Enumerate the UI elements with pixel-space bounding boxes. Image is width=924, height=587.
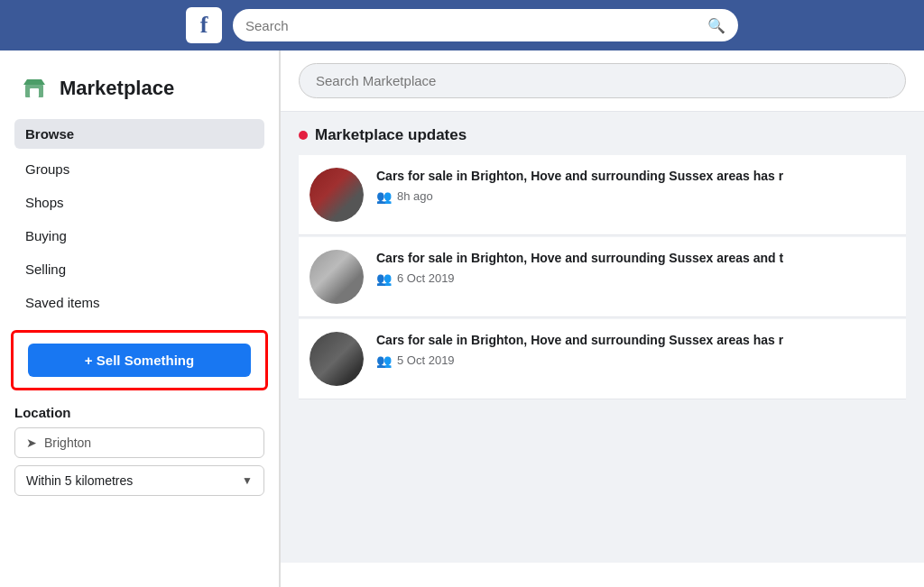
sidebar-item-groups[interactable]: Groups (14, 152, 264, 186)
update-title-1: Cars for sale in Brighton, Hove and surr… (376, 168, 895, 186)
marketplace-search-input[interactable] (299, 63, 906, 98)
sell-something-button[interactable]: + Sell Something (28, 344, 251, 377)
updates-title: Marketplace updates (315, 126, 467, 144)
update-meta-2: 👥 6 Oct 2019 (376, 271, 895, 286)
svg-rect-2 (30, 88, 39, 97)
top-navigation: f 🔍 (0, 0, 924, 50)
global-search-bar[interactable]: 🔍 (233, 9, 738, 41)
marketplace-icon (18, 72, 51, 105)
location-icon: ➤ (26, 436, 37, 450)
facebook-logo: f (186, 7, 222, 43)
search-icon: 🔍 (707, 17, 725, 34)
update-item-3[interactable]: Cars for sale in Brighton, Hove and surr… (299, 319, 906, 399)
main-layout: Marketplace Browse Groups Shops Buying S… (0, 50, 924, 587)
marketplace-search-bar[interactable] (281, 50, 924, 112)
group-icon-3: 👥 (376, 353, 392, 368)
sidebar-item-buying[interactable]: Buying (14, 219, 264, 252)
update-title-2: Cars for sale in Brighton, Hove and surr… (376, 250, 895, 268)
update-item-2[interactable]: Cars for sale in Brighton, Hove and surr… (299, 237, 906, 317)
main-content: Marketplace updates Cars for sale in Bri… (280, 50, 924, 587)
browse-section: Browse Groups Shops Buying Selling Saved… (0, 119, 279, 319)
updates-header: Marketplace updates (299, 126, 906, 144)
update-info-1: Cars for sale in Brighton, Hove and surr… (376, 168, 895, 204)
update-info-3: Cars for sale in Brighton, Hove and surr… (376, 332, 895, 368)
sidebar-title: Marketplace (60, 77, 174, 100)
group-icon-1: 👥 (376, 189, 392, 204)
chevron-down-icon: ▼ (242, 474, 253, 487)
sell-something-wrapper: + Sell Something (11, 330, 268, 390)
sidebar-item-shops[interactable]: Shops (14, 186, 264, 219)
sidebar-item-selling[interactable]: Selling (14, 252, 264, 286)
update-item-1[interactable]: Cars for sale in Brighton, Hove and surr… (299, 155, 906, 235)
location-input[interactable]: ➤ Brighton (14, 427, 264, 458)
location-city: Brighton (44, 436, 91, 450)
update-time-1: 8h ago (397, 189, 433, 203)
update-title-3: Cars for sale in Brighton, Hove and surr… (376, 332, 895, 350)
sidebar: Marketplace Browse Groups Shops Buying S… (0, 50, 280, 587)
group-icon-2: 👥 (376, 271, 392, 286)
update-meta-3: 👥 5 Oct 2019 (376, 353, 895, 368)
browse-label: Browse (14, 119, 264, 149)
notification-dot (299, 131, 308, 140)
updates-section: Marketplace updates Cars for sale in Bri… (281, 112, 924, 563)
radius-select[interactable]: Within 5 kilometres ▼ (14, 465, 264, 496)
update-thumb-2 (310, 250, 364, 304)
update-time-2: 6 Oct 2019 (397, 271, 455, 285)
update-thumb-1 (310, 168, 364, 222)
update-meta-1: 👥 8h ago (376, 189, 895, 204)
global-search-input[interactable] (245, 18, 707, 33)
update-time-3: 5 Oct 2019 (397, 353, 455, 367)
update-info-2: Cars for sale in Brighton, Hove and surr… (376, 250, 895, 286)
location-section: Location ➤ Brighton Within 5 kilometres … (0, 401, 279, 510)
sidebar-item-saved-items[interactable]: Saved items (14, 286, 264, 319)
radius-label: Within 5 kilometres (26, 473, 133, 488)
location-label: Location (14, 405, 264, 420)
update-thumb-3 (310, 332, 364, 386)
sidebar-header: Marketplace (0, 65, 279, 119)
